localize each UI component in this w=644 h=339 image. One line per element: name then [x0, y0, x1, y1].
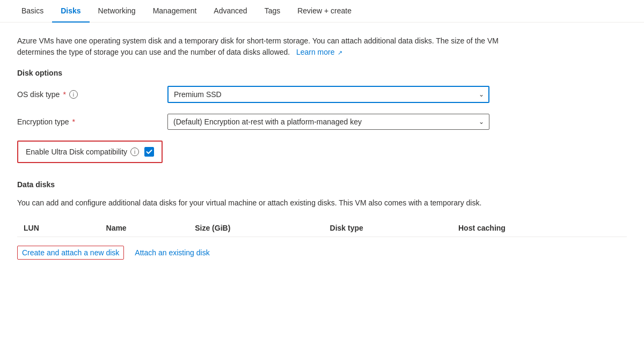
data-disks-table: LUNNameSize (GiB)Disk typeHost caching	[17, 219, 627, 237]
encryption-required-star: *	[72, 117, 75, 126]
external-link-icon: ↗	[338, 49, 342, 56]
encryption-label-text: Encryption type	[17, 117, 69, 126]
os-disk-type-row: OS disk type * i Premium SSDStandard SSD…	[17, 86, 627, 103]
create-attach-disk-link[interactable]: Create and attach a new disk	[17, 246, 124, 260]
ultra-disk-label: Enable Ultra Disk compatibility i	[26, 148, 139, 156]
tab-advanced[interactable]: Advanced	[205, 0, 255, 23]
col-header-host-caching: Host caching	[456, 219, 627, 237]
learn-more-link[interactable]: Learn more ↗	[294, 48, 342, 56]
learn-more-label: Learn more	[296, 48, 335, 56]
encryption-label: Encryption type *	[17, 117, 167, 126]
disk-options-heading: Disk options	[17, 69, 627, 77]
ultra-disk-section[interactable]: Enable Ultra Disk compatibility i	[17, 141, 163, 163]
os-disk-dropdown[interactable]: Premium SSDStandard SSDStandard HDD	[167, 86, 489, 103]
tab-review_create[interactable]: Review + create	[289, 0, 360, 23]
os-disk-label-text: OS disk type	[17, 90, 60, 99]
ultra-disk-info-icon[interactable]: i	[130, 148, 139, 156]
os-disk-label: OS disk type * i	[17, 90, 167, 99]
attach-existing-disk-label: Attach an existing disk	[135, 248, 209, 257]
main-content: Azure VMs have one operating system disk…	[0, 23, 644, 272]
data-disks-heading: Data disks	[17, 180, 627, 189]
tab-tags[interactable]: Tags	[256, 0, 289, 23]
col-header-name: Name	[104, 219, 193, 237]
table-header-row: LUNNameSize (GiB)Disk typeHost caching	[17, 219, 627, 237]
ultra-disk-checkbox[interactable]	[144, 147, 154, 157]
table-header: LUNNameSize (GiB)Disk typeHost caching	[17, 219, 627, 237]
action-links: Create and attach a new disk Attach an e…	[17, 244, 627, 260]
tab-disks[interactable]: Disks	[52, 0, 89, 23]
tab-navigation: BasicsDisksNetworkingManagementAdvancedT…	[0, 0, 644, 23]
encryption-dropdown[interactable]: (Default) Encryption at-rest with a plat…	[167, 114, 489, 130]
col-header-size-(gib): Size (GiB)	[193, 219, 327, 237]
page-description: Azure VMs have one operating system disk…	[17, 35, 500, 58]
ultra-disk-label-text: Enable Ultra Disk compatibility	[26, 148, 127, 156]
os-disk-required-star: *	[63, 90, 65, 99]
tab-basics[interactable]: Basics	[13, 0, 52, 23]
encryption-dropdown-wrapper: (Default) Encryption at-rest with a plat…	[167, 114, 489, 130]
tab-management[interactable]: Management	[144, 0, 206, 23]
os-disk-info-icon[interactable]: i	[69, 90, 78, 99]
col-header-disk-type: Disk type	[328, 219, 456, 237]
description-text: Azure VMs have one operating system disk…	[17, 36, 499, 56]
attach-existing-disk-link[interactable]: Attach an existing disk	[135, 248, 209, 257]
create-attach-disk-label: Create and attach a new disk	[22, 248, 119, 257]
os-disk-dropdown-wrapper: Premium SSDStandard SSDStandard HDD ⌄	[167, 86, 489, 103]
checkmark-icon	[146, 149, 152, 155]
encryption-type-row: Encryption type * (Default) Encryption a…	[17, 114, 627, 130]
tab-networking[interactable]: Networking	[90, 0, 144, 23]
col-header-lun: LUN	[17, 219, 104, 237]
data-disks-description: You can add and configure additional dat…	[17, 197, 500, 209]
